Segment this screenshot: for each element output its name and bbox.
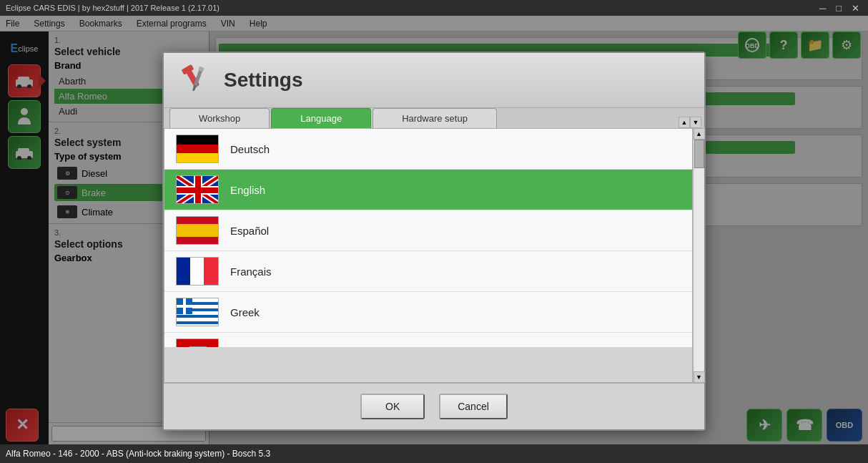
modal-scroll-down[interactable]: ▼: [694, 371, 705, 383]
flag-hr: [176, 338, 219, 347]
scrollbar-up-btn[interactable]: ▲: [679, 117, 690, 128]
modal-header: Settings: [164, 53, 704, 108]
svg-rect-33: [177, 305, 192, 308]
lang-greek[interactable]: Greek: [164, 292, 692, 333]
flag-gb: [176, 175, 219, 204]
lang-english[interactable]: English: [164, 170, 692, 210]
modal-footer: OK Cancel: [164, 383, 704, 429]
modal-scroll-thumb: [694, 140, 704, 168]
settings-icon-wrapper: [175, 62, 212, 99]
flag-de: [176, 135, 219, 163]
ok-button[interactable]: OK: [360, 394, 425, 419]
scrollbar-down-btn[interactable]: ▼: [690, 117, 701, 128]
modal-scroll-up[interactable]: ▲: [694, 128, 705, 140]
tab-scrollbar: ▲ ▼: [679, 117, 704, 128]
status-text: Alfa Romeo - 146 - 2000 - ABS (Anti-lock…: [6, 449, 270, 459]
svg-rect-29: [177, 318, 219, 321]
language-list[interactable]: Deutsch: [164, 129, 692, 347]
lang-deutsch[interactable]: Deutsch: [164, 129, 692, 170]
lang-english-label: English: [230, 184, 265, 196]
modal-title: Settings: [224, 69, 302, 92]
tab-workshop[interactable]: Workshop: [169, 108, 270, 128]
lang-francais-label: Français: [230, 265, 272, 278]
settings-modal: Settings Workshop Language Hardware setu…: [162, 52, 706, 431]
modal-scrollbar: ▲ ▼: [693, 128, 704, 383]
lang-francais[interactable]: Français: [164, 251, 692, 292]
lang-espanol[interactable]: Español: [164, 210, 692, 251]
restore-button[interactable]: □: [833, 3, 844, 14]
wrench-screwdriver-icon: [175, 62, 212, 99]
lang-hrvatski[interactable]: Hrvatski: [164, 333, 692, 347]
tab-language[interactable]: Language: [271, 108, 371, 128]
lang-espanol-label: Español: [230, 225, 269, 237]
modal-overlay: Settings Workshop Language Hardware setu…: [0, 16, 868, 444]
svg-rect-24: [177, 187, 219, 193]
greek-flag-svg: [177, 298, 219, 326]
window-title: Eclipse CARS EDIS | by hex2stuff | 2017 …: [6, 4, 220, 12]
flag-es: [176, 216, 219, 245]
lang-greek-label: Greek: [230, 306, 260, 318]
language-content-area: Deutsch: [164, 128, 704, 383]
lang-deutsch-label: Deutsch: [230, 143, 270, 155]
language-list-container: Deutsch: [164, 128, 693, 383]
flag-fr: [176, 257, 219, 286]
flag-gr: [176, 298, 219, 326]
status-bar: Alfa Romeo - 146 - 2000 - ABS (Anti-lock…: [0, 444, 868, 463]
tab-hardware-setup[interactable]: Hardware setup: [373, 108, 497, 128]
modal-tabs: Workshop Language Hardware setup ▲ ▼: [164, 108, 704, 128]
close-button[interactable]: ✕: [849, 3, 862, 14]
cancel-button[interactable]: Cancel: [439, 394, 508, 419]
union-jack-svg: [177, 176, 219, 204]
modal-scroll-track[interactable]: [694, 140, 704, 371]
svg-rect-30: [177, 324, 219, 326]
lang-hrvatski-label: Hrvatski: [230, 347, 269, 348]
title-bar: Eclipse CARS EDIS | by hex2stuff | 2017 …: [0, 0, 868, 16]
minimize-button[interactable]: ─: [817, 3, 829, 14]
window-controls: ─ □ ✕: [817, 3, 862, 14]
